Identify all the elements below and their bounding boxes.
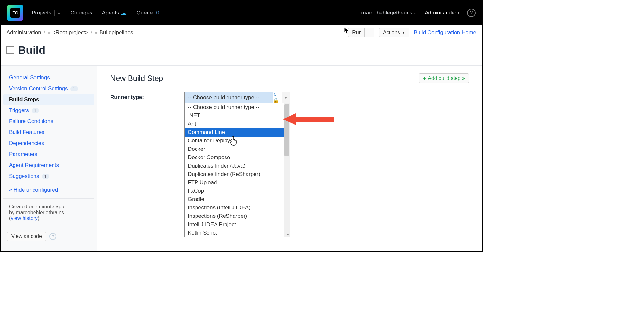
runner-type-label: Runner type: xyxy=(110,92,184,101)
chevron-down-icon[interactable]: ⌄ xyxy=(57,11,61,15)
nav-agents[interactable]: Agents ☁ xyxy=(102,9,127,16)
dropdown-option[interactable]: Duplicates finder (Java) xyxy=(185,162,290,170)
scroll-down-icon[interactable]: ▾ xyxy=(287,233,289,236)
created-line-2: by marcobehlerjetbrains xyxy=(9,210,89,216)
sidebar-item-triggers[interactable]: Triggers 1 xyxy=(3,105,94,116)
breadcrumb: Administration / ▫▫ <Root project> / ▫▫ … xyxy=(6,29,133,36)
plus-icon: + xyxy=(423,75,426,81)
sidebar-item-label: Suggestions xyxy=(9,173,39,179)
main-header: New Build Step + Add build step » xyxy=(110,73,469,83)
page-title-row: Build xyxy=(1,40,482,65)
hide-unconfigured-link[interactable]: « Hide unconfigured xyxy=(3,182,94,198)
config-home-link[interactable]: Build Configuration Home xyxy=(414,29,476,36)
nav-projects[interactable]: Projects xyxy=(32,10,55,16)
breadcrumb-root[interactable]: <Root project> xyxy=(52,29,88,36)
sidebar-item-label: Failure Conditions xyxy=(9,118,53,125)
dropdown-option[interactable]: IntelliJ IDEA Project xyxy=(185,220,290,229)
dropdown-option[interactable]: Duplicates finder (ReSharper) xyxy=(185,170,290,178)
page-title: Build xyxy=(18,44,45,56)
sidebar-item-label: General Settings xyxy=(9,74,50,81)
breadcrumb-project[interactable]: Buildpipelines xyxy=(100,29,133,36)
run-more-button[interactable]: ... xyxy=(365,28,374,37)
run-more-label: ... xyxy=(367,30,371,35)
breadcrumb-admin[interactable]: Administration xyxy=(6,29,41,36)
nav-queue-label: Queue xyxy=(136,10,153,16)
view-history-link[interactable]: view history xyxy=(11,216,38,221)
build-config-icon xyxy=(6,46,14,54)
teamcity-logo[interactable]: TC xyxy=(7,5,23,21)
user-name: marcobehlerjetbrains xyxy=(361,10,413,16)
cloud-icon: ☁ xyxy=(121,9,127,16)
sidebar-item-label: Agent Requirements xyxy=(9,162,59,168)
sidebar-item-label: Parameters xyxy=(9,151,37,158)
sub-header: Administration / ▫▫ <Root project> / ▫▫ … xyxy=(1,25,482,40)
dropdown-option[interactable]: Container Deployer xyxy=(185,137,290,145)
view-as-code-button[interactable]: View as code xyxy=(7,232,46,241)
sidebar-item-features[interactable]: Build Features xyxy=(3,127,94,138)
view-as-code-label: View as code xyxy=(11,234,42,239)
actions-button[interactable]: Actions ▼ xyxy=(379,28,409,37)
sidebar-item-label: Version Control Settings xyxy=(9,85,68,92)
sidebar-item-label: Build Features xyxy=(9,129,44,136)
sidebar-list: General Settings Version Control Setting… xyxy=(3,72,94,198)
scrollbar-track[interactable]: ▴ ▾ xyxy=(284,103,290,237)
project-icon: ▫▫ xyxy=(95,30,97,35)
chevron-down-icon: ⌄ xyxy=(414,11,417,15)
sidebar-item-general[interactable]: General Settings xyxy=(3,72,94,83)
user-menu[interactable]: marcobehlerjetbrains ⌄ xyxy=(361,10,417,16)
top-bar: TC Projects ⌄ Changes Agents ☁ Queue 0 m… xyxy=(1,1,482,25)
dropdown-option[interactable]: Ant xyxy=(185,120,290,128)
nav-administration[interactable]: Administration xyxy=(425,10,459,16)
dropdown-option[interactable]: FTP Upload xyxy=(185,178,290,187)
dropdown-option[interactable]: .NET xyxy=(185,111,290,120)
nav-changes-label: Changes xyxy=(70,10,92,16)
sidebar-badge: 1 xyxy=(70,86,78,91)
breadcrumb-separator: / xyxy=(91,29,92,36)
runner-type-combo-wrap: -- Choose build runner type -- ↻🔒 ▼ -- C… xyxy=(184,92,290,103)
nav-queue[interactable]: Queue 0 xyxy=(136,10,159,16)
caret-down-icon: ▼ xyxy=(402,31,405,34)
nav-administration-label: Administration xyxy=(425,10,459,16)
nav-agents-label: Agents xyxy=(102,10,119,16)
dropdown-option[interactable]: Inspections (ReSharper) xyxy=(185,212,290,220)
dropdown-option[interactable]: Gradle xyxy=(185,195,290,204)
sidebar-item-label: Triggers xyxy=(9,107,29,114)
run-button-label: Run xyxy=(352,30,361,35)
scrollbar-thumb[interactable] xyxy=(284,104,289,156)
dropdown-option[interactable]: -- Choose build runner type -- xyxy=(185,103,290,111)
sidebar-item-failure[interactable]: Failure Conditions xyxy=(3,116,94,127)
sidebar-badge: 1 xyxy=(32,108,39,113)
refresh-lock-icon[interactable]: ↻🔒 xyxy=(273,92,282,103)
dropdown-option[interactable]: Command Line xyxy=(185,128,290,137)
dropdown-option[interactable]: FxCop xyxy=(185,187,290,195)
breadcrumb-separator: / xyxy=(44,29,45,36)
nav-projects-label: Projects xyxy=(32,10,51,16)
dropdown-option[interactable]: Docker Compose xyxy=(185,153,290,162)
sidebar-item-suggestions[interactable]: Suggestions 1 xyxy=(3,171,94,182)
sidebar-item-agentreq[interactable]: Agent Requirements xyxy=(3,160,94,171)
sidebar-item-build-steps[interactable]: Build Steps xyxy=(3,94,94,105)
body: General Settings Version Control Setting… xyxy=(1,65,482,252)
add-build-step-label: Add build step » xyxy=(428,75,465,81)
runner-type-dropdown[interactable]: -- Choose build runner type --.NETAntCom… xyxy=(184,103,290,237)
runner-type-value: -- Choose build runner type -- xyxy=(185,92,273,103)
runner-type-row: Runner type: -- Choose build runner type… xyxy=(110,92,469,103)
dropdown-option[interactable]: Inspections (IntelliJ IDEA) xyxy=(185,204,290,212)
nav-changes[interactable]: Changes xyxy=(70,10,92,16)
sidebar-footer: View as code ? xyxy=(3,226,94,246)
sidebar-item-params[interactable]: Parameters xyxy=(3,149,94,160)
sidebar-item-deps[interactable]: Dependencies xyxy=(3,138,94,149)
runner-type-combo[interactable]: -- Choose build runner type -- ↻🔒 ▼ xyxy=(184,92,290,103)
sidebar-item-vcs[interactable]: Version Control Settings 1 xyxy=(3,83,94,94)
dropdown-option[interactable]: Docker xyxy=(185,145,290,153)
hide-unconfigured-label: « Hide unconfigured xyxy=(9,187,58,193)
combo-icons: ↻🔒 ▼ xyxy=(273,92,290,103)
sidebar: General Settings Version Control Setting… xyxy=(1,66,97,252)
top-nav: Projects ⌄ Changes Agents ☁ Queue 0 xyxy=(32,9,361,16)
help-icon[interactable]: ? xyxy=(49,233,56,240)
run-button[interactable]: Run xyxy=(348,28,364,37)
dropdown-option[interactable]: Kotlin Script xyxy=(185,229,290,237)
add-build-step-button[interactable]: + Add build step » xyxy=(419,73,469,83)
help-icon[interactable]: ? xyxy=(467,9,476,17)
combo-arrow-icon[interactable]: ▼ xyxy=(282,92,290,103)
